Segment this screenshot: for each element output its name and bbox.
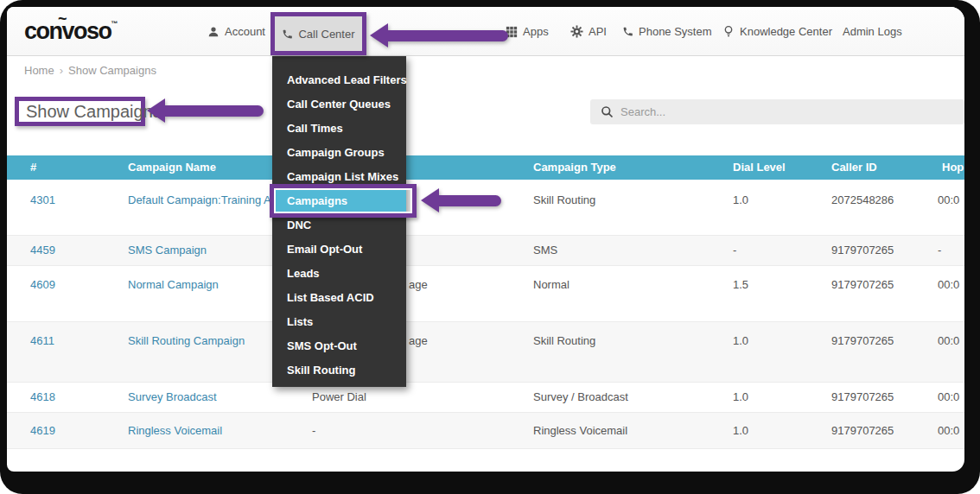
dial-level-cell: 1.0 <box>733 390 748 403</box>
campaign-id-link[interactable]: 4301 <box>30 193 55 206</box>
menu-item-sms-opt-out[interactable]: SMS Opt-Out <box>272 334 406 358</box>
column-header-caller-id[interactable]: Caller ID <box>831 161 877 174</box>
app-screen: convoso™ ~ Account Apps API Phone System <box>7 7 964 472</box>
menu-item-lists[interactable]: Lists <box>272 310 406 334</box>
dial-level-cell: - <box>733 244 736 256</box>
hop-cell: 00:0 <box>938 278 959 291</box>
menu-item-call-center-queues[interactable]: Call Center Queues <box>272 92 406 117</box>
breadcrumb-current: Show Campaigns <box>68 64 156 77</box>
search-bar[interactable] <box>590 99 964 124</box>
breadcrumb-separator: › <box>60 64 63 77</box>
search-icon <box>601 105 614 118</box>
nav-item-admin-logs[interactable]: Admin Logs <box>843 7 902 56</box>
hop-cell: 00:0 <box>938 193 959 206</box>
dial-level-cell: 1.5 <box>733 278 748 291</box>
nav-item-knowledge-center[interactable]: Knowledge Center <box>722 7 832 56</box>
arrow-head <box>147 98 165 123</box>
campaign-name-link[interactable]: Survey Broadcast <box>128 390 217 403</box>
table-header-row: # Campaign Name Campaign Type Dial Level… <box>7 155 964 180</box>
logo-trademark: ™ <box>111 20 118 28</box>
nav-item-call-center[interactable]: Call Center <box>270 12 366 55</box>
campaign-name-link[interactable]: Default Campaign:Training A <box>128 193 271 206</box>
campaign-type-cell: Skill Routing <box>533 193 595 206</box>
breadcrumb-home-link[interactable]: Home <box>24 64 54 77</box>
user-icon <box>207 26 220 38</box>
gear-icon <box>570 25 583 38</box>
dial-level-cell: 1.0 <box>733 334 748 347</box>
caller-id-cell: 9179707265 <box>831 244 894 256</box>
dial-mode-cell: Power Dial <box>312 390 366 403</box>
campaign-type-cell: Ringless Voicemail <box>533 424 627 437</box>
campaign-id-link[interactable]: 4609 <box>30 278 55 291</box>
arrow-shaft <box>387 30 508 41</box>
nav-item-label: Phone System <box>639 25 712 38</box>
column-header-hop[interactable]: Hop <box>942 161 964 174</box>
nav-item-label: API <box>589 25 607 38</box>
breadcrumb: Home›Show Campaigns <box>24 64 156 77</box>
dial-level-cell: 1.0 <box>733 424 748 437</box>
nav-item-account[interactable]: Account <box>207 7 265 56</box>
phone-icon <box>622 26 633 37</box>
call-center-dropdown-menu: Advanced Lead Filters Call Center Queues… <box>272 56 406 387</box>
campaign-type-cell: Skill Routing <box>533 334 595 347</box>
nav-item-label: Account <box>225 25 265 38</box>
campaign-id-link[interactable]: 4619 <box>30 424 55 437</box>
campaign-name-link[interactable]: Skill Routing Campaign <box>128 334 245 347</box>
campaign-name-link[interactable]: SMS Campaign <box>128 244 207 256</box>
campaign-type-cell: SMS <box>533 244 557 256</box>
hop-cell: 00:0 <box>938 390 959 403</box>
column-header-dial-level[interactable]: Dial Level <box>733 161 786 174</box>
nav-item-label: Admin Logs <box>843 25 902 38</box>
dial-mode-cell: age <box>409 334 428 347</box>
campaigns-menu-annotation-box <box>270 184 417 218</box>
dial-mode-cell: age <box>409 278 428 291</box>
caller-id-cell: 9179707265 <box>831 278 894 291</box>
arrow-shaft <box>164 105 264 117</box>
campaign-id-link[interactable]: 4611 <box>30 334 54 347</box>
menu-item-list-based-acid[interactable]: List Based ACID <box>272 286 406 310</box>
campaign-id-link[interactable]: 4618 <box>30 390 55 403</box>
logo-tilde-mark: ~ <box>58 10 67 28</box>
table-row: 4611 Skill Routing Campaign age Skill Ro… <box>7 322 964 383</box>
hop-cell: 00:0 <box>938 334 959 347</box>
menu-item-email-opt-out[interactable]: Email Opt-Out <box>272 238 406 262</box>
window-frame: convoso™ ~ Account Apps API Phone System <box>0 0 980 494</box>
menu-item-campaign-groups[interactable]: Campaign Groups <box>272 141 406 165</box>
campaign-type-cell: Normal <box>533 278 570 291</box>
caller-id-cell: 9179707265 <box>831 334 894 347</box>
menu-item-call-times[interactable]: Call Times <box>272 117 406 141</box>
menu-item-leads[interactable]: Leads <box>272 262 406 286</box>
menu-item-advanced-lead-filters[interactable]: Advanced Lead Filters <box>272 68 406 92</box>
table-row: 4618 Survey Broadcast Power Dial Survey … <box>7 383 964 413</box>
search-input[interactable] <box>620 105 932 118</box>
nav-item-label: Call Center <box>298 28 354 41</box>
table-row: 4619 Ringless Voicemail - Ringless Voice… <box>7 413 964 449</box>
arrow-head <box>421 188 439 212</box>
caller-id-cell: 9179707265 <box>831 424 894 437</box>
table-row: 4301 Default Campaign:Training A Skill R… <box>7 180 964 236</box>
campaign-name-link[interactable]: Ringless Voicemail <box>128 424 222 437</box>
table-row: 4609 Normal Campaign age Normal 1.5 9179… <box>7 266 964 322</box>
menu-item-skill-routing[interactable]: Skill Routing <box>272 358 406 383</box>
campaign-name-link[interactable]: Normal Campaign <box>128 278 219 291</box>
convoso-logo[interactable]: convoso™ ~ <box>24 18 118 45</box>
logo-text: convoso <box>24 18 111 44</box>
dial-level-cell: 1.0 <box>733 193 748 206</box>
arrow-head <box>370 23 388 48</box>
nav-item-apps[interactable]: Apps <box>506 7 549 56</box>
column-header-campaign-type[interactable]: Campaign Type <box>533 161 616 174</box>
table-row: 4459 SMS Campaign SMS - 9179707265 - <box>7 236 964 266</box>
campaign-id-link[interactable]: 4459 <box>30 244 55 256</box>
column-header-number[interactable]: # <box>30 161 36 174</box>
page-title: Show Campaigns <box>19 102 162 122</box>
column-header-campaign-name[interactable]: Campaign Name <box>128 161 216 174</box>
arrow-shaft <box>438 195 501 206</box>
lightbulb-icon <box>722 25 735 38</box>
nav-item-api[interactable]: API <box>570 7 607 56</box>
phone-icon <box>282 28 293 40</box>
nav-item-phone-system[interactable]: Phone System <box>622 7 712 56</box>
campaign-type-cell: Survey / Broadcast <box>533 390 628 403</box>
nav-item-label: Knowledge Center <box>740 25 832 38</box>
hop-cell: - <box>938 244 941 256</box>
page-title-annotation-box: Show Campaigns <box>15 97 145 126</box>
